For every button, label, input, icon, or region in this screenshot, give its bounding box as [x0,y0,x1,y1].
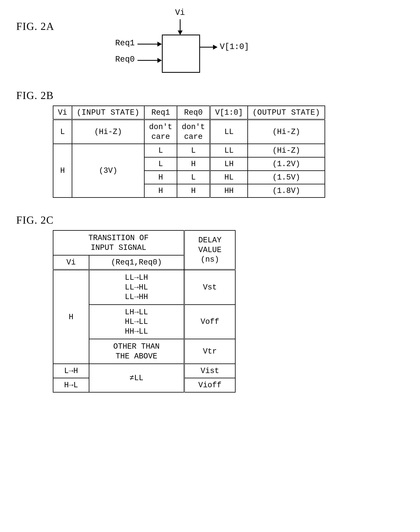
col-delay: DELAYVALUE(ns) [184,231,235,270]
arrow-req0-line [137,60,158,61]
cell-delay: Vtr [184,339,235,364]
cell-req-neqll: ≠LL [89,364,184,392]
table-row: H (3V) L L LL (Hi-Z) [53,144,325,157]
cell-vout: LL [210,144,248,157]
table-2b: Vi (INPUT STATE) Req1 Req0 V[1:0] (OUTPU… [53,106,325,198]
col-output-state: (OUTPUT STATE) [248,106,325,120]
cell-req: LH→LLHL→LLHH→LL [89,305,184,339]
cell-vi-h: H [53,270,89,364]
cell-istate: (Hi-Z) [72,120,144,144]
arrow-req1-head [157,42,162,47]
cell-vout: HL [210,171,248,184]
cell-delay: Voff [184,305,235,339]
arrow-out-line [199,47,213,47]
figure-2a: FIG. 2A Vi Req1 Req0 V[1:0] [16,12,404,81]
signal-req1: Req1 [115,39,135,48]
arrow-vi-line [180,19,180,31]
signal-vout: V[1:0] [220,42,249,51]
cell-req0: L [177,144,210,157]
cell-req: LL→LHLL→HLLL→HH [89,270,184,305]
cell-ostate: (Hi-Z) [248,120,325,144]
col-vout: V[1:0] [210,106,248,120]
table-row: H LL→LHLL→HLLL→HH Vst [53,270,235,305]
cell-vout: LH [210,157,248,171]
table-row: L→H ≠LL Vist [53,364,235,378]
cell-req1: don'tcare [144,120,177,144]
cell-vi: H→L [53,378,89,392]
cell-req0: H [177,157,210,171]
cell-istate-3v: (3V) [72,144,144,198]
cell-delay: Vioff [184,378,235,392]
arrow-req1-line [137,44,158,45]
cell-req1: L [144,144,177,157]
cell-req0: L [177,171,210,184]
arrow-vi-head [178,31,183,35]
table-2b-header: Vi (INPUT STATE) Req1 Req0 V[1:0] (OUTPU… [53,106,325,120]
cell-vi: L [53,120,72,144]
col-vi: Vi [53,106,72,120]
cell-delay: Vst [184,270,235,305]
signal-vi: Vi [175,8,185,17]
figure-2c-label: FIG. 2C [16,214,404,226]
cell-req1: L [144,157,177,171]
fig2a-block-diagram: Vi Req1 Req0 V[1:0] [62,8,265,81]
arrow-out-head [213,45,218,50]
table-2c: TRANSITION OFINPUT SIGNAL DELAYVALUE(ns)… [53,230,236,392]
cell-delay: Vist [184,364,235,378]
arrow-req0-head [157,58,162,63]
cell-vi-h: H [53,144,72,198]
cell-ostate: (1.8V) [248,184,325,198]
cell-vout: LL [210,120,248,144]
cell-req1: H [144,171,177,184]
cell-req: OTHER THANTHE ABOVE [89,339,184,364]
col-req: (Req1,Req0) [89,255,184,270]
col-transition: TRANSITION OFINPUT SIGNAL [53,231,184,255]
cell-vout: HH [210,184,248,198]
table-2c-header-row1: TRANSITION OFINPUT SIGNAL DELAYVALUE(ns) [53,231,235,255]
cell-req0: don'tcare [177,120,210,144]
cell-req1: H [144,184,177,198]
cell-req0: H [177,184,210,198]
col-req1: Req1 [144,106,177,120]
col-input-state: (INPUT STATE) [72,106,144,120]
col-req0: Req0 [177,106,210,120]
col-vi: Vi [53,255,89,270]
table-row: L (Hi-Z) don'tcare don'tcare LL (Hi-Z) [53,120,325,144]
cell-ostate: (1.5V) [248,171,325,184]
figure-2a-label: FIG. 2A [16,20,54,32]
cell-ostate: (1.2V) [248,157,325,171]
cell-vi: L→H [53,364,89,378]
figure-2b-label: FIG. 2B [16,90,404,101]
logic-block [162,34,200,73]
signal-req0: Req0 [115,55,135,64]
cell-ostate: (Hi-Z) [248,144,325,157]
